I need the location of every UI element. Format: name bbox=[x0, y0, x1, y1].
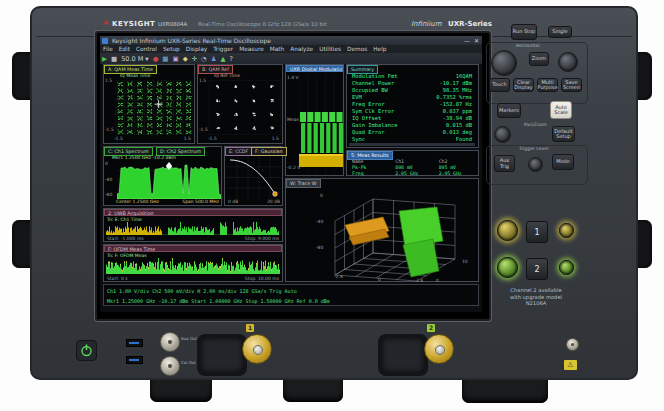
trigger-level-knob[interactable] bbox=[528, 157, 543, 172]
panel-meas-results[interactable]: 5: Meas Results NameCh1Ch2Pk-Pk808 mV805… bbox=[346, 150, 479, 176]
const-a-ytop: 1.5 bbox=[105, 78, 112, 83]
panel-ccdf[interactable]: E: CCDF F: Gaussian 0 dB 20 dB bbox=[224, 146, 283, 206]
cal-out-connector[interactable] bbox=[160, 356, 180, 376]
window-titlebar[interactable]: Keysight Infiniium UXR-Series Real-Time … bbox=[100, 36, 482, 45]
ch1-scale-knob[interactable] bbox=[497, 220, 518, 241]
menu-item-math[interactable]: Math bbox=[267, 45, 288, 53]
channel2-input-connector[interactable] bbox=[424, 334, 454, 364]
pan-zoom-label: Pan/Zoom bbox=[524, 122, 547, 127]
save-screen-button[interactable]: Save Screen bbox=[561, 78, 582, 92]
tab-ccdf[interactable]: E: CCDF bbox=[225, 147, 252, 156]
tab-ofdm-meas-time[interactable]: F: OFDM Meas Time bbox=[104, 245, 282, 252]
const-b-ytop: 1.5 bbox=[199, 78, 206, 83]
ch2-scale-knob[interactable] bbox=[497, 257, 518, 278]
tab-qam-ref[interactable]: B: QAM Ref bbox=[198, 65, 233, 74]
menu-item-utilities[interactable]: Utilities bbox=[316, 45, 344, 53]
menu-item-control[interactable]: Control bbox=[133, 45, 160, 53]
status-bar: Ch1 1.00 V/div Ch2 500 mV/div H 2.00 ms/… bbox=[103, 284, 479, 306]
menu-item-file[interactable]: File bbox=[100, 45, 116, 53]
tab-digital-modulation[interactable]: UXR Digital Modulation Trc bbox=[286, 65, 343, 72]
menu-item-analyze[interactable]: Analyze bbox=[287, 45, 316, 53]
clear-display-button[interactable]: Clear Display bbox=[513, 78, 534, 92]
auto-scale-button[interactable]: Auto Scale bbox=[550, 101, 572, 119]
eye-ybot: -0.2 V bbox=[287, 165, 300, 170]
const-b-ybot: -1.5 bbox=[199, 127, 208, 132]
tab-gaussian-ref[interactable]: F: Gaussian bbox=[251, 147, 287, 156]
tab-ch1-spectrum[interactable]: C: Ch1 Spectrum bbox=[104, 147, 153, 156]
multi-purpose-button[interactable]: Multi Purpose bbox=[537, 78, 558, 92]
keysight-logo-icon: ✶ bbox=[102, 18, 110, 28]
usb-port-2[interactable] bbox=[126, 356, 143, 364]
default-setup-button[interactable]: Default Setup bbox=[552, 126, 575, 142]
trigger-mode-button[interactable]: Mode bbox=[552, 154, 574, 170]
run-stop-button[interactable]: Run Stop bbox=[511, 24, 537, 40]
trigger-in-jack[interactable] bbox=[566, 338, 579, 351]
tab-meas-results[interactable]: 5: Meas Results bbox=[347, 151, 393, 160]
channel-upgrade-note: Channel 2 available with upgrade model N… bbox=[490, 287, 582, 307]
markers-button[interactable]: Markers bbox=[497, 103, 521, 118]
uwb-title: Trc E: Ch1 Time bbox=[107, 217, 142, 222]
ch1-offset-knob[interactable] bbox=[559, 223, 574, 238]
summary-value: 0.7352 %rms bbox=[436, 94, 472, 101]
model-text: UXR0804A bbox=[158, 21, 187, 27]
summary-value: -152.07 Hz bbox=[440, 101, 472, 108]
horizontal-label: Horizontal bbox=[516, 43, 539, 48]
menu-item-display[interactable]: Display bbox=[183, 45, 210, 53]
ofdm-meas-plot bbox=[106, 258, 280, 275]
single-button[interactable]: Single bbox=[548, 26, 572, 38]
ch2-button[interactable]: 2 bbox=[526, 258, 548, 280]
eye-ytop: 1.4 V bbox=[287, 75, 299, 80]
tab-ch2-spectrum[interactable]: D: Ch2 Spectrum bbox=[156, 147, 205, 156]
tab-qam-meas[interactable]: A: QAM Meas Time bbox=[104, 65, 157, 74]
spectrogram-3d-plot bbox=[287, 187, 477, 282]
horizontal-position-knob[interactable] bbox=[558, 52, 578, 72]
aux-out-connector[interactable] bbox=[160, 332, 180, 352]
ch1-button[interactable]: 1 bbox=[526, 221, 548, 243]
tab-uwb-acquisition[interactable]: 2: UWB Acquisition bbox=[104, 209, 282, 216]
close-button[interactable]: ✕ bbox=[474, 36, 479, 45]
menu-item-measure[interactable]: Measure bbox=[236, 45, 267, 53]
panel-qam-ref-constellation[interactable]: B: QAM Ref IQ Ref Time 1.5 -1.5 -1.5 1.5 bbox=[197, 64, 283, 144]
menu-item-demos[interactable]: Demos bbox=[344, 45, 370, 53]
const-a-xleft: -1.5 bbox=[114, 136, 123, 141]
horizontal-scale-knob[interactable] bbox=[491, 50, 517, 76]
menu-bar: FileEditControlSetupDisplayTriggerMeasur… bbox=[100, 45, 482, 53]
summary-label: Quad Error bbox=[352, 129, 384, 136]
tab-trace-w[interactable]: W: Trace W bbox=[286, 179, 321, 188]
panel-summary[interactable]: Summary Modulation Fmt16QAMChannel Power… bbox=[346, 64, 479, 148]
status-line-1: Ch1 1.00 V/div Ch2 500 mV/div H 2.00 ms/… bbox=[107, 286, 475, 296]
spectrum-ymid: -40 bbox=[105, 177, 112, 182]
minimize-button[interactable]: — bbox=[464, 36, 470, 45]
summary-scrollbar[interactable] bbox=[349, 143, 475, 146]
power-button[interactable] bbox=[76, 340, 97, 361]
touch-button[interactable]: Touch bbox=[489, 78, 510, 92]
summary-row: Freq Error-152.07 Hz bbox=[348, 101, 476, 108]
panel-ofdm-meas-time[interactable]: F: OFDM Meas Time Trc F: OFDM Meas Start… bbox=[103, 244, 283, 282]
menu-item-setup[interactable]: Setup bbox=[160, 45, 183, 53]
panel-3d-spectrogram[interactable]: W: Trace W 0 -40 -80 -2.4 0 2.4 0 10 bbox=[285, 178, 479, 282]
menu-item-help[interactable]: Help bbox=[370, 45, 389, 53]
trigger-level-label: Trigger Level bbox=[519, 146, 548, 151]
cal-out-label: Cal Out bbox=[181, 360, 196, 365]
spectrum-plot bbox=[117, 161, 221, 199]
panel-qam-meas-constellation[interactable]: A: QAM Meas Time IQ Meas Time 1.5 -1.5 -… bbox=[103, 64, 195, 144]
probe-slot-2[interactable] bbox=[378, 334, 428, 376]
pan-zoom-knob[interactable] bbox=[494, 126, 511, 143]
panel-grid: A: QAM Meas Time IQ Meas Time 1.5 -1.5 -… bbox=[100, 64, 482, 312]
spectro3d-z2: 10 bbox=[462, 259, 468, 264]
usb-port-1[interactable] bbox=[126, 339, 143, 347]
ch2-offset-knob[interactable] bbox=[559, 260, 574, 275]
zoom-button[interactable]: Zoom bbox=[529, 52, 549, 66]
menu-item-trigger[interactable]: Trigger bbox=[210, 45, 236, 53]
panel-digital-modulation-eye[interactable]: UXR Digital Modulation Trc 1.4 V Meas -0… bbox=[285, 64, 344, 176]
probe-slot-1[interactable] bbox=[197, 334, 247, 376]
aux-trig-button[interactable]: Aux Trig bbox=[494, 155, 515, 172]
constellation-b-plot bbox=[209, 80, 281, 135]
menu-item-edit[interactable]: Edit bbox=[116, 45, 133, 53]
channel1-input-connector[interactable] bbox=[242, 334, 272, 364]
panel-spectrum[interactable]: C: Ch1 Spectrum D: Ch2 Spectrum Mkr1 1.2… bbox=[103, 146, 222, 206]
front-io-panel: Aux Out Cal Out 1 2 ⚠ bbox=[34, 322, 632, 374]
panel-uwb-acquisition[interactable]: 2: UWB Acquisition Trc E: Ch1 Time Start… bbox=[103, 208, 283, 242]
specs-text: Real-Time Oscilloscope 8 GHz 128 GSa/s 1… bbox=[198, 21, 327, 27]
tab-summary[interactable]: Summary bbox=[347, 65, 378, 74]
